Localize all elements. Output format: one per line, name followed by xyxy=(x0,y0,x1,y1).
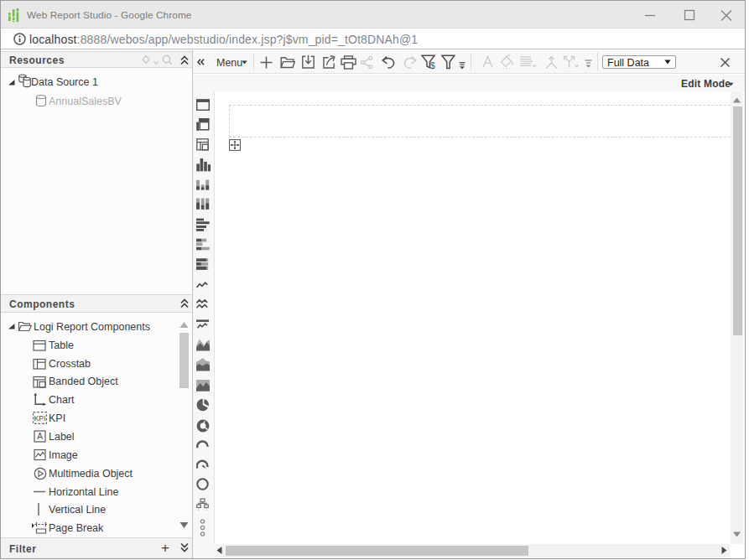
svg-text:A: A xyxy=(37,432,43,441)
svg-text:KPI: KPI xyxy=(34,414,45,423)
svg-text:$: $ xyxy=(429,60,434,70)
